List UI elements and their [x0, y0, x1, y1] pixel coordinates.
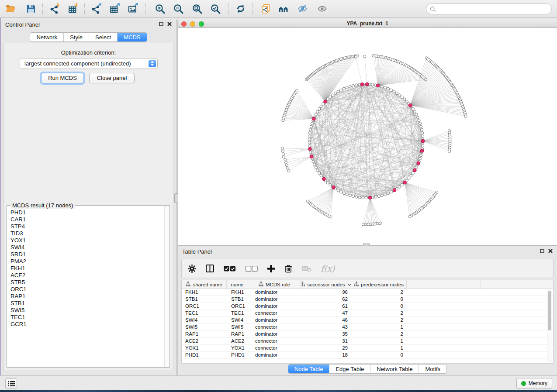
graph-mcds-node[interactable]: [376, 84, 380, 87]
import-network-button[interactable]: [47, 2, 63, 16]
graph-node[interactable]: [337, 90, 339, 93]
mcds-result-item[interactable]: STP4: [10, 223, 164, 230]
search-box[interactable]: [426, 3, 552, 14]
graph-mcds-node[interactable]: [365, 83, 369, 86]
graph-node[interactable]: [464, 115, 467, 117]
show-graphics-details-button[interactable]: [315, 2, 330, 16]
graph-node[interactable]: [362, 223, 364, 226]
graph-node[interactable]: [419, 157, 422, 160]
mcds-list-scrollbar[interactable]: [164, 206, 169, 367]
graph-node[interactable]: [398, 186, 401, 188]
deselect-all-button[interactable]: [246, 266, 258, 272]
graph-mcds-node[interactable]: [421, 139, 425, 143]
graph-node[interactable]: [381, 194, 384, 197]
graph-node[interactable]: [418, 119, 420, 122]
search-input[interactable]: [438, 5, 551, 14]
table-scrollbar-thumb[interactable]: [548, 291, 551, 330]
show-column-panel-button[interactable]: [206, 265, 214, 272]
graph-node[interactable]: [420, 128, 423, 131]
graph-node[interactable]: [320, 174, 322, 177]
mcds-result-item[interactable]: SWI4: [10, 244, 164, 251]
graph-node[interactable]: [326, 98, 329, 100]
first-neighbors-button[interactable]: [276, 2, 291, 16]
graph-node[interactable]: [384, 86, 387, 89]
graph-node[interactable]: [363, 55, 366, 58]
graph-node[interactable]: [315, 166, 317, 169]
graph-node[interactable]: [374, 196, 377, 198]
graph-node[interactable]: [365, 196, 367, 199]
graph-node[interactable]: [316, 110, 319, 113]
graph-node[interactable]: [284, 161, 287, 164]
graph-node[interactable]: [312, 160, 315, 163]
column-header-shared-name[interactable]: shared name: [182, 280, 227, 289]
graph-node[interactable]: [401, 96, 403, 98]
graph-node[interactable]: [281, 150, 284, 152]
graph-node[interactable]: [390, 191, 392, 193]
delete-column-button[interactable]: [284, 264, 292, 273]
graph-node[interactable]: [308, 138, 311, 141]
graph-node[interactable]: [349, 85, 351, 88]
graph-node[interactable]: [352, 84, 355, 87]
tab-node-table[interactable]: Node Table: [288, 364, 329, 373]
graph-node[interactable]: [308, 144, 311, 147]
graph-node[interactable]: [352, 195, 355, 198]
graph-node[interactable]: [362, 196, 364, 199]
graph-node[interactable]: [384, 193, 387, 196]
table-settings-button[interactable]: [188, 265, 196, 273]
graph-mcds-node[interactable]: [312, 117, 315, 120]
mcds-result-item[interactable]: ACE2: [10, 272, 164, 279]
graph-node[interactable]: [329, 96, 332, 98]
graph-node[interactable]: [315, 113, 317, 116]
table-row[interactable]: TEC1TEC1connector472: [182, 310, 553, 317]
graph-node[interactable]: [307, 200, 309, 203]
mcds-result-item[interactable]: SRD1: [10, 251, 164, 258]
float-panel-icon[interactable]: [540, 249, 544, 253]
graph-node[interactable]: [401, 184, 403, 186]
graph-node[interactable]: [377, 195, 380, 198]
open-file-button[interactable]: [3, 2, 18, 16]
graph-node[interactable]: [349, 194, 351, 197]
column-header-name[interactable]: name: [227, 280, 248, 289]
tab-edge-table[interactable]: Edge Table: [329, 364, 370, 373]
graph-node[interactable]: [326, 182, 329, 184]
graph-node[interactable]: [398, 94, 401, 96]
graph-node[interactable]: [332, 94, 334, 96]
graph-mcds-node[interactable]: [403, 181, 407, 184]
table-scrollbar[interactable]: [547, 290, 552, 362]
graph-node[interactable]: [346, 86, 348, 89]
graph-node[interactable]: [295, 89, 298, 92]
graph-node[interactable]: [281, 147, 284, 150]
graph-node[interactable]: [346, 193, 348, 196]
graph-node[interactable]: [355, 84, 358, 86]
graph-mcds-node[interactable]: [360, 83, 364, 86]
graph-mcds-node[interactable]: [310, 155, 313, 158]
mcds-result-item[interactable]: SWI5: [10, 307, 164, 314]
graph-node[interactable]: [413, 110, 416, 113]
graph-node[interactable]: [308, 141, 311, 144]
table-row[interactable]: PHD1PHD1dominator180: [182, 352, 553, 359]
copy-share-network-button[interactable]: [258, 2, 273, 16]
graph-node[interactable]: [408, 215, 411, 218]
graph-node[interactable]: [318, 172, 321, 174]
show-panel-list-button[interactable]: [5, 378, 17, 389]
graph-mcds-node[interactable]: [308, 147, 311, 151]
tab-mcds[interactable]: MCDS: [117, 33, 146, 41]
graph-node[interactable]: [416, 116, 419, 119]
table-row[interactable]: RAP1RAP1dominator352: [182, 331, 553, 338]
mcds-result-item[interactable]: STB5: [10, 279, 164, 286]
table-row[interactable]: SWI4SWI4dominator462: [182, 317, 553, 324]
graph-node[interactable]: [320, 105, 322, 108]
graph-node[interactable]: [282, 156, 285, 158]
float-panel-icon[interactable]: [159, 22, 163, 26]
graph-mcds-node[interactable]: [417, 162, 420, 165]
graph-node[interactable]: [405, 100, 408, 103]
mcds-result-item[interactable]: PHD1: [10, 209, 164, 216]
tab-network-table[interactable]: Network Table: [370, 364, 419, 373]
graph-node[interactable]: [313, 163, 316, 166]
graph-node[interactable]: [403, 98, 406, 100]
graph-node[interactable]: [355, 196, 358, 198]
table-row[interactable]: FKH1FKH1dominator962: [182, 289, 553, 296]
graph-node[interactable]: [308, 131, 311, 134]
graph-node[interactable]: [395, 92, 398, 95]
close-panel-button[interactable]: Close panel: [89, 73, 135, 83]
